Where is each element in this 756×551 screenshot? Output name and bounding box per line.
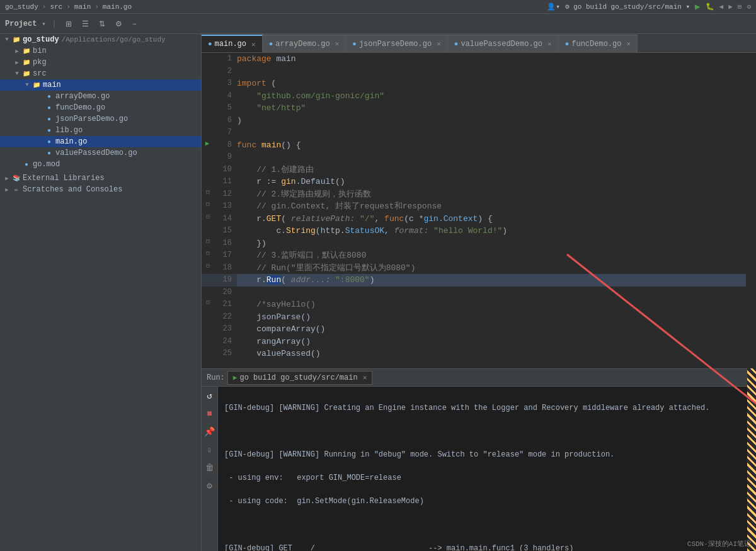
sidebar-path: /Applications/go/go_study xyxy=(62,36,166,43)
debug-btn[interactable]: 🐛 xyxy=(706,3,714,11)
fold-icon-12[interactable]: ⊟ xyxy=(206,188,210,196)
run-btn[interactable]: ▶ xyxy=(695,1,700,12)
sidebar-item-funcdemo[interactable]: ● funcDemo.go xyxy=(0,102,201,113)
expand-arrow-src: ▼ xyxy=(13,71,21,77)
fold-icon-16[interactable]: ⊟ xyxy=(206,237,210,245)
tab-label: arrayDemo.go xyxy=(275,40,329,48)
sidebar-item-arraydemo[interactable]: ● arrayDemo.go xyxy=(0,91,201,102)
tab-close-btn5[interactable]: ✕ xyxy=(626,40,631,48)
toolbar-nav-btn[interactable]: ◀ xyxy=(719,3,724,11)
toolbar-settings-btn2[interactable]: ⚙ xyxy=(113,18,125,30)
pin-icon[interactable]: 📌 xyxy=(203,425,216,438)
file-icon-go6: ● xyxy=(44,148,54,158)
tab-close-btn[interactable]: ✕ xyxy=(251,40,256,48)
tabs-bar: ● main.go ✕ ● arrayDemo.go ✕ ● jsonParse… xyxy=(202,34,756,53)
editor-area: ● main.go ✕ ● arrayDemo.go ✕ ● jsonParse… xyxy=(202,34,756,551)
tab-maingo[interactable]: ● main.go ✕ xyxy=(202,35,263,52)
folder-icon-main: 📁 xyxy=(32,80,42,90)
expand-arrow-scratches: ▶ xyxy=(3,186,11,193)
tab-file-icon3: ● xyxy=(352,40,357,48)
code-line-2: 2 xyxy=(202,65,746,78)
code-line-6: 6 ) xyxy=(202,115,746,127)
code-line-4: 4 "github.com/gin-gonic/gin" xyxy=(202,90,746,103)
expand-arrow: ▼ xyxy=(3,37,11,43)
toolbar-nav-btn2[interactable]: ▶ xyxy=(728,3,733,11)
scroll-icon[interactable]: ⇩ xyxy=(205,443,213,457)
file-icon-go3: ● xyxy=(44,114,54,124)
sidebar-item-label: go.mod xyxy=(33,160,60,169)
sidebar-item-label: main.go xyxy=(55,137,87,146)
code-line-21: ⊟ 21 /*sayHello() xyxy=(202,298,746,311)
sidebar-item-main[interactable]: ▼ 📁 main xyxy=(0,79,201,91)
fold-icon-17[interactable]: ⊟ xyxy=(206,249,210,257)
code-line-17: ⊟ 17 // 3.监听端口，默认在8080 xyxy=(202,249,746,262)
sidebar-item-scratches[interactable]: ▶ ✏ Scratches and Consoles xyxy=(0,184,201,195)
rerun-icon[interactable]: ↺ xyxy=(205,389,213,402)
settings-icon[interactable]: ⚙ xyxy=(205,479,213,492)
toolbar-sort-btn[interactable]: ⇅ xyxy=(96,18,108,30)
tab-jsonparse[interactable]: ● jsonParseDemo.go ✕ xyxy=(346,35,447,52)
sidebar-item-libgo[interactable]: ● lib.go xyxy=(0,125,201,136)
code-line-13: ⊟ 13 // gin.Context, 封装了request和response xyxy=(202,200,746,213)
fold-icon-18[interactable]: ⊟ xyxy=(206,262,210,270)
sidebar-item-label: go_study xyxy=(23,35,59,44)
run-tab-close[interactable]: ✕ xyxy=(363,373,367,382)
tab-label: valuePassedDemo.go xyxy=(461,40,542,48)
sidebar-item-bin[interactable]: ▶ 📁 bin xyxy=(0,45,201,57)
tab-close-btn3[interactable]: ✕ xyxy=(437,40,441,48)
toolbar-collapse-btn[interactable]: − xyxy=(130,18,139,30)
toolbar-dropdown-arrow[interactable]: ▾ xyxy=(42,20,45,28)
code-line-23: 23 compareArray() xyxy=(202,323,746,336)
clear-icon[interactable]: 🗑 xyxy=(204,462,215,474)
fold-icon-21[interactable]: ⊟ xyxy=(206,298,210,306)
terminal-output[interactable]: [GIN-debug] [WARNING] Creating an Engine… xyxy=(218,387,756,551)
run-gutter-icon[interactable]: ▶ xyxy=(205,139,210,147)
code-line-16: ⊟ 16 }) xyxy=(202,237,746,250)
code-editor[interactable]: 1 package main 2 3 import ( xyxy=(202,53,756,368)
tab-file-icon5: ● xyxy=(565,40,570,48)
code-line-9: 9 xyxy=(202,151,746,164)
breadcrumb-part: main xyxy=(74,3,91,11)
term-line-2 xyxy=(224,426,750,438)
tab-funcdemo[interactable]: ● funcDemo.go ✕ xyxy=(559,35,638,52)
bottom-layout: ↺ ■ 📌 ⇩ 🗑 ⚙ [GIN-debug] [WARNING] Creati… xyxy=(202,387,756,551)
user-icon[interactable]: 👤▾ xyxy=(547,3,560,11)
tab-label: jsonParseDemo.go xyxy=(359,40,432,48)
sidebar-item-src[interactable]: ▼ 📁 src xyxy=(0,68,201,79)
tab-valuepassed[interactable]: ● valuePassedDemo.go ✕ xyxy=(448,35,559,52)
file-icon-go2: ● xyxy=(44,103,54,113)
sidebar-item-go_study[interactable]: ▼ 📁 go_study /Applications/go/go_study xyxy=(0,34,201,45)
code-line-5: 5 "net/http" xyxy=(202,102,746,115)
code-line-10: 10 // 1.创建路由 xyxy=(202,164,746,176)
sidebar-item-jsonparsedemo[interactable]: ● jsonParseDemo.go xyxy=(0,113,201,125)
run-tab[interactable]: ▶ go build go_study/src/main ✕ xyxy=(227,371,372,385)
project-label: Project xyxy=(5,20,37,28)
tab-label: funcDemo.go xyxy=(571,40,621,48)
toolbar-search-btn[interactable]: ⊞ xyxy=(738,3,742,11)
stop-icon[interactable]: ■ xyxy=(205,407,213,420)
sidebar-item-label: valuePassedDemo.go xyxy=(55,149,137,157)
sidebar-item-maingo[interactable]: ● main.go xyxy=(0,136,201,147)
breadcrumb-part: src xyxy=(50,3,62,11)
fold-icon-14[interactable]: ⊟ xyxy=(206,213,210,220)
toolbar-grid-btn[interactable]: ⊞ xyxy=(63,18,74,30)
tab-arraydemo[interactable]: ● arrayDemo.go ✕ xyxy=(263,35,346,52)
tab-close-btn2[interactable]: ✕ xyxy=(335,40,340,48)
run-tab-icon: ▶ xyxy=(233,373,238,382)
folder-icon-src: 📁 xyxy=(21,69,32,79)
sidebar-item-label: main xyxy=(43,81,61,89)
sidebar-item-valuepassed[interactable]: ● valuePassedDemo.go xyxy=(0,147,201,159)
tab-close-btn4[interactable]: ✕ xyxy=(547,40,552,48)
toolbar-list-btn[interactable]: ☰ xyxy=(79,18,91,30)
sidebar-item-external[interactable]: ▶ 📚 External Libraries xyxy=(0,173,201,184)
toolbar: Project ▾ | ⊞ ☰ ⇅ ⚙ − xyxy=(0,14,756,34)
folder-icon: 📁 xyxy=(11,35,21,45)
sidebar-item-pkg[interactable]: ▶ 📁 pkg xyxy=(0,57,201,68)
folder-icon-bin: 📁 xyxy=(21,46,32,56)
term-line-7: [GIN-debug] GET / --> main.main.func1 (3… xyxy=(224,543,750,551)
fold-icon-13[interactable]: ⊟ xyxy=(206,200,210,208)
toolbar-settings-btn[interactable]: ⚙ xyxy=(747,3,751,11)
sidebar-item-gomod[interactable]: ● go.mod xyxy=(0,159,201,170)
top-bar: go_study › src › main › main.go 👤▾ ⚙ go … xyxy=(0,0,756,14)
sidebar-item-label: funcDemo.go xyxy=(55,103,105,112)
